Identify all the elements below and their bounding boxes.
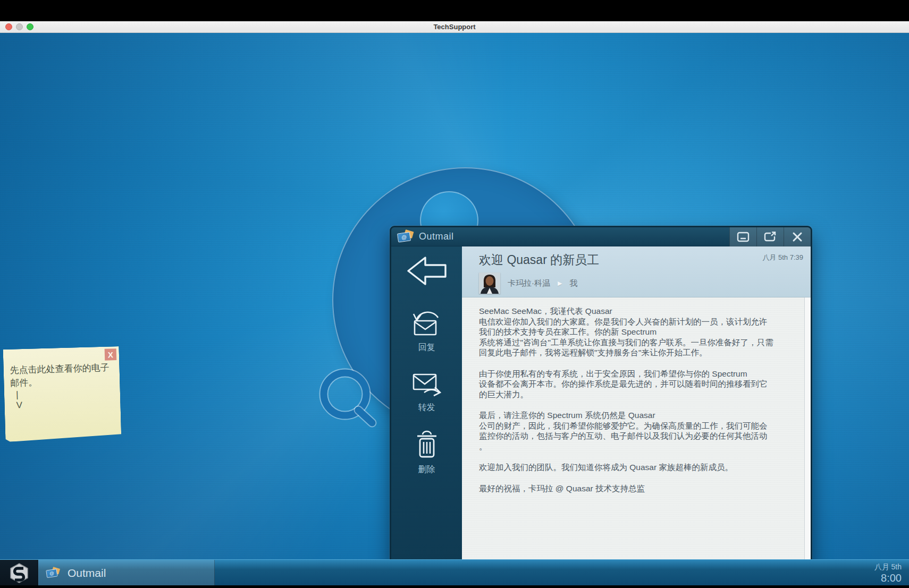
message-paragraph: 最好的祝福，卡玛拉 @ Quasar 技术支持总监 xyxy=(479,483,789,494)
message-paragraph: 最后，请注意你的 Spectrum 系统仍然是 Quasar 公司的财产，因此，… xyxy=(479,410,789,451)
minimize-button[interactable] xyxy=(16,23,23,30)
taskbar-outmail-label: Outmail xyxy=(68,567,106,580)
window-popout-button[interactable] xyxy=(756,227,784,246)
taskbar-outmail-icon: @ xyxy=(46,567,60,578)
taskbar-outmail-icon-envelope: @ xyxy=(46,568,57,577)
outmail-body: 回复 转发 xyxy=(391,246,811,564)
spectrum-os-logo-icon xyxy=(9,563,30,584)
sender-name: 卡玛拉·科温 xyxy=(508,278,550,288)
message-paragraph: SeeMac SeeMac，我谨代表 Quasar 电信欢迎你加入我们的大家庭。… xyxy=(479,306,789,358)
taskbar-outmail-button[interactable]: @ Outmail xyxy=(38,560,215,585)
window-close-button[interactable] xyxy=(784,227,811,246)
macos-titlebar: TechSupport xyxy=(0,21,909,33)
delete-button[interactable]: 删除 xyxy=(413,430,441,475)
zoom-button[interactable] xyxy=(27,23,33,30)
back-arrow-icon xyxy=(404,254,450,288)
forward-label: 转发 xyxy=(418,402,435,413)
reply-button[interactable]: 回复 xyxy=(410,308,443,353)
sticky-note-arrow-bottom: V xyxy=(11,397,113,411)
taskbar-clock: 八月 5th 8:00 xyxy=(874,561,902,584)
message-date: 八月 5th 7:39 xyxy=(762,253,803,262)
screen: TechSupport X 先点击此处查看你的电子邮件。 | V @ xyxy=(0,0,909,588)
close-button[interactable] xyxy=(5,23,12,30)
traffic-lights xyxy=(5,23,33,30)
sticky-note-text: 先点击此处查看你的电子邮件。 xyxy=(10,361,112,389)
taskbar-time: 8:00 xyxy=(874,573,902,584)
message-subject: 欢迎 Quasar 的新员工 xyxy=(479,252,802,268)
reply-icon xyxy=(410,308,443,338)
sticky-note: X 先点击此处查看你的电子邮件。 | V xyxy=(3,346,122,442)
sticky-note-close-icon[interactable]: X xyxy=(105,348,117,361)
outmail-sidebar: 回复 转发 xyxy=(391,246,462,564)
outmail-app-icon: @ xyxy=(398,231,414,243)
quasar-logo-q-letter xyxy=(315,367,385,430)
message-scrollbar[interactable] xyxy=(804,297,811,564)
message-paragraph: 由于你使用私有的专有系统，出于安全原因，我们希望你与你的 Spectrum 设备… xyxy=(479,369,789,400)
outmail-icon-envelope: @ xyxy=(397,232,411,242)
forward-icon xyxy=(410,370,443,398)
forward-button[interactable]: 转发 xyxy=(410,370,443,413)
reply-label: 回复 xyxy=(418,342,435,353)
delete-label: 删除 xyxy=(418,464,435,475)
close-icon xyxy=(792,232,803,242)
message-paragraph: 欢迎加入我们的团队。我们知道你将成为 Quasar 家族超棒的新成员。 xyxy=(479,462,789,473)
message-pane: 欢迎 Quasar 的新员工 八月 5th 7:39 卡玛拉·科温 xyxy=(462,246,811,564)
sender-row: 卡玛拉·科温 ▶ 我 xyxy=(479,272,802,294)
outmail-window: @ Outmail xyxy=(390,226,812,565)
outmail-window-controls xyxy=(729,227,811,246)
back-button[interactable] xyxy=(404,254,450,290)
sender-to-arrow-icon: ▶ xyxy=(558,280,562,287)
macos-window-title: TechSupport xyxy=(433,23,475,31)
minimize-icon xyxy=(736,232,750,242)
trash-icon xyxy=(413,430,441,460)
outmail-titlebar[interactable]: @ Outmail xyxy=(391,227,811,246)
window-minimize-button[interactable] xyxy=(729,227,756,246)
taskbar-date: 八月 5th xyxy=(874,561,902,573)
desktop: X 先点击此处查看你的电子邮件。 | V @ Outmail xyxy=(0,33,909,585)
start-menu-button[interactable] xyxy=(0,560,38,585)
outmail-window-title: Outmail xyxy=(419,231,454,242)
taskbar: @ Outmail 八月 5th 8:00 xyxy=(0,559,909,585)
popout-icon xyxy=(763,232,777,242)
message-header: 欢迎 Quasar 的新员工 八月 5th 7:39 卡玛拉·科温 xyxy=(462,246,811,297)
sender-avatar xyxy=(479,272,500,294)
recipient-name: 我 xyxy=(569,278,577,288)
message-body: SeeMac SeeMac，我谨代表 Quasar 电信欢迎你加入我们的大家庭。… xyxy=(462,297,811,504)
